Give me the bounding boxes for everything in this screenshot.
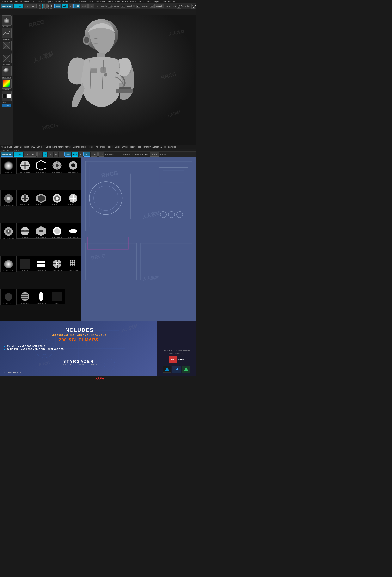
draw-size-value-2[interactable]: 415	[144, 153, 149, 156]
alpha-item-5[interactable]: Sci-Fi-Details-Bc	[0, 190, 17, 207]
switch-color-item[interactable]: SwitchColor	[1, 91, 12, 103]
alpha-item-4[interactable]: Sci-Fi-Details-Bc	[65, 157, 81, 173]
lightbox-button[interactable]: LightBox	[14, 4, 23, 8]
menu2-layer[interactable]: Layer	[46, 146, 51, 148]
alpha-item-2[interactable]: Sci-Fi-Details-Bc	[33, 157, 49, 173]
dynamic-button[interactable]: Dynamic	[154, 4, 164, 8]
menu-brush[interactable]: Brush	[7, 0, 12, 3]
z-intensity-value[interactable]: 25	[121, 5, 125, 7]
scale-icon-2[interactable]: ⊞	[54, 152, 58, 157]
menu-preferences[interactable]: Preferences	[95, 0, 105, 3]
menu-material[interactable]: Material	[73, 0, 80, 3]
rgb-intensity-value-2[interactable]: 100	[116, 153, 121, 156]
alpha-item-9b[interactable]: Sci-Fi-Details-Bc	[0, 223, 17, 239]
move-icon-2[interactable]: ↔	[48, 152, 53, 157]
rotate-icon-2[interactable]: ↺	[59, 152, 64, 157]
m-button-2[interactable]: M	[79, 152, 83, 156]
alpha-item-21[interactable]: Sci-Fi-Details-Ve	[33, 288, 49, 304]
alpha-item-20[interactable]: Sci-Fi-Details-Ve	[17, 288, 33, 304]
edit-icon-2[interactable]: ✎	[37, 152, 42, 157]
menu-stroke[interactable]: Stroke	[122, 0, 128, 3]
menu2-stencil[interactable]: Stencil	[115, 146, 120, 148]
menu2-file[interactable]: File	[41, 146, 44, 148]
menu2-brush[interactable]: Brush	[7, 146, 12, 148]
menu2-tool[interactable]: Tool	[137, 146, 141, 148]
menu-document[interactable]: Document	[20, 0, 29, 3]
viewport[interactable]: RRCG 人人素材 人人素材 RRCG RRCG 人人素材	[13, 15, 196, 145]
z-intensity-value-2[interactable]: 25	[131, 153, 134, 156]
menu-color[interactable]: Color	[14, 0, 19, 3]
alpha-item-11[interactable]: Sci-Fi-Details-Bc	[33, 223, 49, 239]
alternate-item[interactable]: Alternate	[1, 104, 12, 107]
freehand-item[interactable]: FreeHand	[1, 28, 12, 40]
scale-mode-icon[interactable]: ⊞	[47, 4, 49, 8]
alpha-item-14[interactable]: Sci-Fi-Details-Bc	[0, 256, 17, 272]
draw-size-value[interactable]: 64	[150, 5, 154, 7]
menu2-transform[interactable]: Transform	[142, 146, 151, 148]
menu-file[interactable]: File	[41, 0, 44, 3]
mrgb-button-2[interactable]: Mrgb	[65, 152, 71, 156]
rgb-button[interactable]: Rgb	[62, 4, 68, 8]
alpha-item-17[interactable]: Sci-Fi-Details-Ve	[49, 256, 65, 271]
alpha-item-16[interactable]: Sci-Fi-Details-Ve	[33, 256, 49, 271]
draw-icon-2[interactable]: ✦	[43, 152, 47, 157]
focal-shift-value[interactable]: 0	[136, 5, 140, 7]
menu2-color[interactable]: Color	[14, 146, 19, 148]
menu-tool[interactable]: Tool	[137, 0, 141, 3]
alpha-item-7[interactable]: Sci-Fi-Details-Bc	[33, 190, 49, 206]
texture-off-item[interactable]: Texture Off	[1, 53, 12, 66]
m-button[interactable]: M	[69, 4, 73, 8]
menu-zscript[interactable]: Zscript	[160, 0, 166, 3]
gradient-item[interactable]: Gradient	[1, 78, 12, 91]
menu-marker[interactable]: Marker	[65, 0, 71, 3]
menu-layer[interactable]: Layer	[46, 0, 51, 3]
menu2-maintools[interactable]: maintools	[168, 146, 176, 148]
zadd-button-2[interactable]: Zadd	[83, 152, 90, 156]
lightbox-button-2[interactable]: LightBox	[14, 152, 23, 156]
menu2-picker[interactable]: Picker	[88, 146, 93, 148]
move-mode-icon[interactable]: ↔	[44, 4, 47, 8]
menu-edit[interactable]: Edit	[36, 0, 40, 3]
mrgb-button[interactable]: Mrgb	[54, 4, 61, 8]
menu2-texture[interactable]: Texture	[129, 146, 136, 148]
menu-draw[interactable]: Draw	[30, 0, 35, 3]
alpha-item-6[interactable]: Sci-Fi-Details-Bc	[17, 190, 33, 206]
menu-zplugin[interactable]: Zplugin	[153, 0, 159, 3]
alternate-btn[interactable]: Alternate	[2, 104, 11, 107]
rgb-intensity-value[interactable]: 100	[108, 5, 111, 7]
alpha-item-15[interactable]: Details-Ve	[17, 256, 33, 271]
zsub-button-2[interactable]: Zsub	[91, 152, 98, 156]
zcut-button-2[interactable]: Zcut	[98, 152, 105, 156]
menu-light[interactable]: Light	[52, 0, 57, 3]
alpha-item-9[interactable]: Sci-Fi-Details-Bc	[65, 190, 81, 206]
home-page-button-2[interactable]: Home Page	[1, 152, 13, 156]
alpha-item-22[interactable]: partial	[49, 288, 65, 304]
menu2-macro[interactable]: Macro	[58, 146, 64, 148]
home-page-button[interactable]: Home Page	[1, 4, 13, 8]
alpha-off-item[interactable]: Alpha Off	[1, 41, 12, 53]
alpha-item-8[interactable]: Sci-Fi-Details-Bc	[49, 190, 65, 206]
live-boolean-button[interactable]: Live Boolean	[24, 4, 36, 8]
menu2-document[interactable]: Document	[20, 146, 29, 148]
menu2-marker[interactable]: Marker	[65, 146, 71, 148]
menu-macro[interactable]: Macro	[58, 0, 64, 3]
zadd-button[interactable]: Zadd	[73, 4, 80, 8]
menu2-stroke[interactable]: Stroke	[122, 146, 128, 148]
rgb-button-2[interactable]: Rgb	[72, 152, 78, 156]
menu-texture[interactable]: Texture	[129, 0, 136, 3]
menu-stencil[interactable]: Stencil	[115, 0, 120, 3]
menu-picker[interactable]: Picker	[88, 0, 93, 3]
alpha-item-19[interactable]: Sci-Fi-Details-Ve	[0, 288, 17, 305]
alpha-item-1[interactable]: Sci-Fi-Details-Bc	[17, 157, 33, 173]
alpha-item-18[interactable]: Sci-Fi-Details-Ve	[65, 256, 81, 271]
edit-mode-icon[interactable]: ✎	[39, 4, 41, 8]
alpha-item-3[interactable]: Sci-Fi-Details-Bc	[49, 157, 65, 173]
menu2-alpha[interactable]: Alpha	[1, 146, 6, 148]
zcut-button[interactable]: Zcut	[88, 4, 95, 8]
menu2-light[interactable]: Light	[52, 146, 57, 148]
menu-alpha[interactable]: Alpha	[1, 0, 6, 3]
menu2-zplugin[interactable]: Zplugin	[153, 146, 159, 148]
alpha-item-0[interactable]: Details-Bc	[0, 157, 17, 174]
menu2-preferences[interactable]: Preferences	[95, 146, 105, 148]
mask-pen-item[interactable]: MaskPen	[1, 15, 12, 28]
